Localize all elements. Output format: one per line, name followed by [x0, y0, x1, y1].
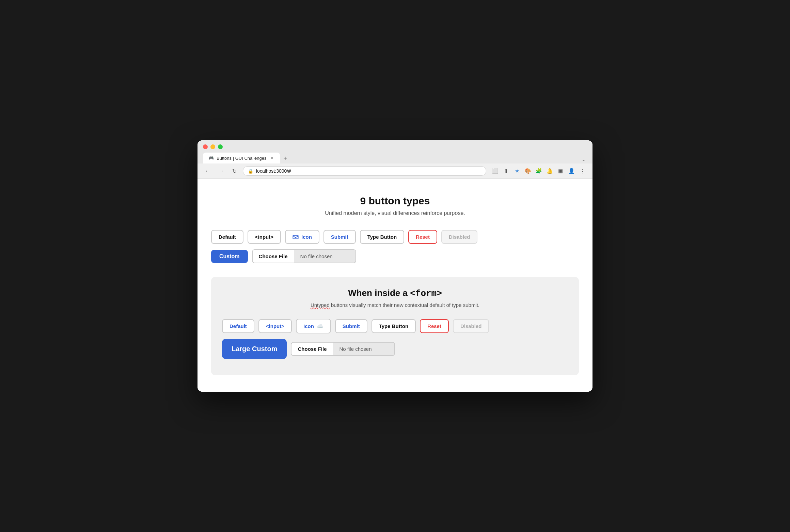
form-section: When inside a <form> Untyped buttons vis…	[211, 277, 579, 375]
maximize-button[interactable]	[218, 144, 223, 149]
form-icon-button-label: Icon	[303, 323, 314, 329]
title-bar: 🎮 Buttons | GUI Challenges ✕ + ⌄	[198, 140, 592, 163]
svg-rect-0	[293, 235, 298, 238]
page-title: 9 button types	[211, 195, 579, 207]
icon-button-label: Icon	[301, 234, 312, 240]
active-tab[interactable]: 🎮 Buttons | GUI Challenges ✕	[203, 153, 280, 163]
no-file-chosen-label: No file chosen	[294, 250, 356, 263]
file-input[interactable]: Choose File No file chosen	[252, 249, 356, 263]
cloud-icon: ☁️	[317, 323, 323, 329]
form-default-button[interactable]: Default	[222, 319, 254, 333]
form-section-subtitle: Untyped buttons visually match their new…	[222, 302, 568, 308]
choose-file-button[interactable]: Choose File	[253, 250, 294, 263]
form-section-title: When inside a <form>	[222, 288, 568, 299]
share-icon[interactable]: ⬆	[501, 166, 511, 176]
tab-favicon-icon: 🎮	[208, 155, 214, 161]
form-subtitle-untyped: Untyped	[311, 302, 330, 308]
bookmark-star-icon[interactable]: ★	[512, 166, 522, 176]
form-no-file-chosen-label: No file chosen	[333, 343, 394, 355]
form-choose-file-button[interactable]: Choose File	[291, 343, 333, 355]
reload-button[interactable]: ↻	[230, 167, 239, 176]
custom-file-row: Custom Choose File No file chosen	[211, 249, 579, 263]
form-title-prefix: When inside a	[348, 288, 410, 298]
form-subtitle-rest: buttons visually match their new context…	[330, 302, 479, 308]
menu-icon[interactable]: ⋮	[578, 166, 587, 176]
address-input-wrap[interactable]: 🔒 localhost:3000/#	[243, 166, 486, 176]
form-reset-button[interactable]: Reset	[420, 319, 449, 333]
new-tab-button[interactable]: +	[280, 154, 290, 163]
address-bar: ← → ↻ 🔒 localhost:3000/# ⬜ ⬆ ★ 🎨 🧩 🔔 ▣ 👤…	[198, 163, 592, 179]
first-button-row: Default <input> Icon Submit Type Button …	[211, 230, 579, 244]
submit-button[interactable]: Submit	[323, 230, 356, 244]
browser-window: 🎮 Buttons | GUI Challenges ✕ + ⌄ ← → ↻ 🔒…	[198, 140, 592, 392]
custom-button[interactable]: Custom	[211, 250, 248, 263]
toolbar-icons: ⬜ ⬆ ★ 🎨 🧩 🔔 ▣ 👤 ⋮	[490, 166, 587, 176]
default-button[interactable]: Default	[211, 230, 243, 244]
form-disabled-button: Disabled	[453, 319, 489, 333]
puzzle-icon[interactable]: 🧩	[534, 166, 543, 176]
notification-icon[interactable]: 🔔	[545, 166, 554, 176]
form-file-input[interactable]: Choose File No file chosen	[291, 342, 395, 356]
page-content: 9 button types Unified modern style, vis…	[198, 179, 592, 392]
minimize-button[interactable]	[210, 144, 215, 149]
address-text: localhost:3000/#	[256, 168, 291, 174]
tab-chevron-icon: ⌄	[580, 155, 587, 163]
extension-icon[interactable]: 🎨	[523, 166, 533, 176]
external-link-icon[interactable]: ⬜	[490, 166, 500, 176]
form-type-button[interactable]: Type Button	[372, 319, 416, 333]
disabled-button: Disabled	[441, 230, 478, 244]
back-button[interactable]: ←	[203, 167, 212, 175]
forward-button: →	[217, 167, 226, 175]
mail-icon	[293, 235, 299, 239]
tab-title: Buttons | GUI Challenges	[217, 156, 266, 161]
close-button[interactable]	[203, 144, 208, 149]
form-icon-button[interactable]: Icon ☁️	[296, 319, 331, 333]
form-title-code: <form>	[410, 288, 442, 299]
sidebar-icon[interactable]: ▣	[556, 166, 565, 176]
tab-close-icon[interactable]: ✕	[269, 155, 274, 161]
type-button[interactable]: Type Button	[360, 230, 404, 244]
form-input-button[interactable]: <input>	[258, 319, 292, 333]
form-submit-button[interactable]: Submit	[335, 319, 367, 333]
form-custom-file-row: Large Custom Choose File No file chosen	[222, 339, 568, 359]
traffic-lights	[203, 144, 587, 149]
page-subtitle: Unified modern style, visual differences…	[211, 210, 579, 216]
input-button[interactable]: <input>	[248, 230, 281, 244]
lock-icon: 🔒	[248, 169, 253, 174]
form-button-row: Default <input> Icon ☁️ Submit Type Butt…	[222, 319, 568, 333]
large-custom-button[interactable]: Large Custom	[222, 339, 287, 359]
profile-icon[interactable]: 👤	[567, 166, 576, 176]
tabs-row: 🎮 Buttons | GUI Challenges ✕ + ⌄	[203, 153, 587, 163]
icon-button[interactable]: Icon	[285, 230, 319, 244]
reset-button[interactable]: Reset	[408, 230, 437, 244]
